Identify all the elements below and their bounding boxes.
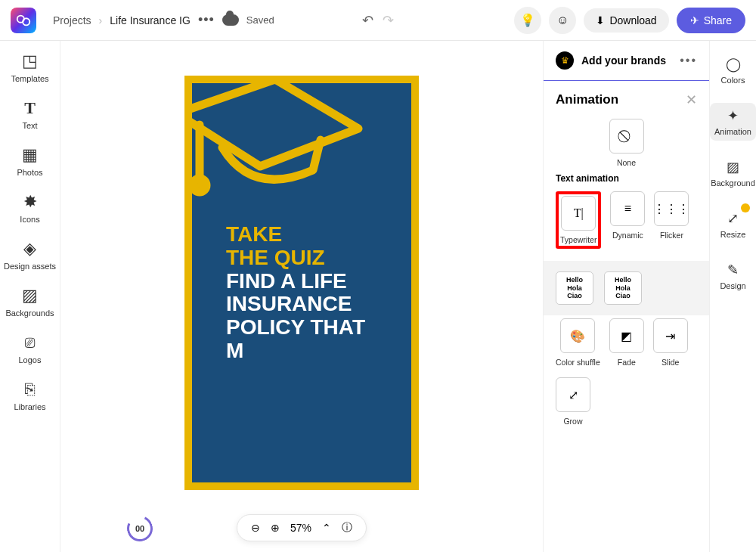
cloud-saved-icon xyxy=(222,14,239,26)
main-area: ◳Templates TText ▦Photos ✸Icons ◈Design … xyxy=(0,41,756,552)
svg-point-2 xyxy=(193,178,206,192)
slide-icon: ⇥ xyxy=(653,318,688,353)
artboard[interactable]: TAKE THE QUIZ FIND A LIFE INSURANCE POLI… xyxy=(184,76,419,490)
brands-more-icon[interactable]: ••• xyxy=(680,54,697,67)
breadcrumb-sep: › xyxy=(99,14,103,26)
top-right-actions: 💡 ☺ ⬇ Download ✈ Share xyxy=(514,7,745,34)
panel-title: Animation xyxy=(556,92,686,107)
anim-dynamic[interactable]: ≡ Dynamic xyxy=(610,191,645,249)
animation-icon: ✦ xyxy=(727,107,739,124)
right-nav: ◯Colors ✦Animation ▨Background ⤢Resize ✎… xyxy=(709,41,756,552)
color-shuffle-icon: 🎨 xyxy=(560,318,595,353)
info-icon[interactable]: ⓘ xyxy=(342,521,352,535)
saved-label: Saved xyxy=(246,14,274,26)
photos-icon: ▦ xyxy=(22,145,38,165)
add-brands-row[interactable]: ♛ Add your brands ••• xyxy=(544,41,709,81)
nav-templates[interactable]: ◳Templates xyxy=(0,51,60,83)
text-line-5: POLICY THAT xyxy=(226,316,365,340)
anim-fade[interactable]: ◩ Fade xyxy=(609,318,644,367)
svg-point-1 xyxy=(23,18,29,25)
close-icon[interactable]: ✕ xyxy=(686,91,697,108)
download-label: Download xyxy=(609,14,656,26)
backgrounds-icon: ▨ xyxy=(22,286,38,305)
artboard-inner: TAKE THE QUIZ FIND A LIFE INSURANCE POLI… xyxy=(192,83,411,482)
nav-backgrounds[interactable]: ▨Backgrounds xyxy=(0,286,60,318)
rnav-design[interactable]: ✎Design xyxy=(710,257,756,295)
text-icon: T xyxy=(24,98,36,118)
zoom-in-icon[interactable]: ⊕ xyxy=(271,522,280,534)
redo-icon[interactable]: ↷ xyxy=(383,12,394,29)
text-line-3: FIND A LIFE xyxy=(226,270,365,293)
nav-design-assets[interactable]: ◈Design assets xyxy=(0,239,60,271)
lang-preview-1[interactable]: Hello Hola Ciao xyxy=(556,271,593,305)
anim-slide[interactable]: ⇥ Slide xyxy=(653,318,688,367)
colors-icon: ◯ xyxy=(726,56,741,73)
resize-icon: ⤢ xyxy=(727,210,739,227)
nav-text[interactable]: TText xyxy=(0,98,60,130)
share-icon: ✈ xyxy=(690,14,699,26)
nav-icons[interactable]: ✸Icons xyxy=(0,192,60,224)
background-icon: ▨ xyxy=(727,159,739,175)
panel-header: Animation ✕ xyxy=(544,81,709,116)
app-logo[interactable] xyxy=(11,8,36,33)
graduation-cap-icon xyxy=(192,83,366,222)
profile-icon[interactable]: ☺ xyxy=(549,7,576,34)
text-animation-header: Text animation xyxy=(556,173,697,184)
anim-grow[interactable]: ⤢ Grow xyxy=(556,377,590,426)
zoom-value[interactable]: 57% xyxy=(290,522,311,534)
idea-icon[interactable]: 💡 xyxy=(514,7,541,34)
crown-icon: ♛ xyxy=(556,51,574,70)
zoom-menu-icon[interactable]: ⌃ xyxy=(322,522,331,534)
lang-preview-2[interactable]: Hello Hola Ciao xyxy=(604,271,642,305)
nav-photos[interactable]: ▦Photos xyxy=(0,145,60,177)
brands-label: Add your brands xyxy=(581,54,672,67)
share-label: Share xyxy=(704,14,732,26)
rnav-resize[interactable]: ⤢Resize xyxy=(710,206,756,243)
nav-libraries[interactable]: ⎘Libraries xyxy=(0,380,60,411)
text-line-2: THE QUIZ xyxy=(226,247,365,270)
project-name[interactable]: Life Insurance IG xyxy=(110,14,191,26)
canvas-area[interactable]: TAKE THE QUIZ FIND A LIFE INSURANCE POLI… xyxy=(60,41,543,552)
left-nav: ◳Templates TText ▦Photos ✸Icons ◈Design … xyxy=(0,41,60,552)
text-line-1: TAKE xyxy=(226,223,365,247)
templates-icon: ◳ xyxy=(22,51,38,71)
logos-icon: ⎚ xyxy=(25,333,35,352)
anim-typewriter[interactable]: T| Typewriter xyxy=(560,196,596,244)
rnav-background[interactable]: ▨Background xyxy=(710,154,756,192)
nav-logos[interactable]: ⎚Logos xyxy=(0,333,60,364)
none-icon: ⃠ xyxy=(609,119,644,154)
icons-icon: ✸ xyxy=(23,192,37,212)
zoom-bar: ⊖ ⊕ 57% ⌃ ⓘ xyxy=(237,514,367,541)
artboard-text[interactable]: TAKE THE QUIZ FIND A LIFE INSURANCE POLI… xyxy=(226,223,365,363)
undo-icon[interactable]: ↶ xyxy=(362,12,373,29)
animation-panel: ♛ Add your brands ••• Animation ✕ ⃠ None… xyxy=(543,41,709,552)
typewriter-icon: T| xyxy=(561,196,596,231)
fade-icon: ◩ xyxy=(609,318,644,353)
libraries-icon: ⎘ xyxy=(25,380,35,399)
anim-none[interactable]: ⃠ None xyxy=(556,119,697,167)
download-button[interactable]: ⬇ Download xyxy=(584,8,668,33)
top-bar: Projects › Life Insurance IG ••• Saved ↶… xyxy=(0,0,756,41)
text-line-4: INSURANCE xyxy=(226,293,365,316)
anim-flicker[interactable]: ⋮⋮⋮ Flicker xyxy=(654,191,689,249)
zoom-out-icon[interactable]: ⊖ xyxy=(251,522,260,534)
text-line-6: M xyxy=(226,340,365,363)
flicker-icon: ⋮⋮⋮ xyxy=(654,191,689,226)
dynamic-icon: ≡ xyxy=(610,191,645,226)
timer-badge[interactable]: 00 xyxy=(123,512,156,545)
more-menu-icon[interactable]: ••• xyxy=(198,12,215,28)
rnav-colors[interactable]: ◯Colors xyxy=(710,51,756,89)
share-button[interactable]: ✈ Share xyxy=(677,8,745,33)
undo-redo-group: ↶ ↷ xyxy=(362,12,394,29)
rnav-animation[interactable]: ✦Animation xyxy=(710,103,756,141)
download-icon: ⬇ xyxy=(596,14,605,26)
design-icon: ✎ xyxy=(727,262,739,278)
grow-icon: ⤢ xyxy=(556,377,590,412)
anim-color-shuffle[interactable]: 🎨 Color shuffle xyxy=(556,318,600,367)
design-assets-icon: ◈ xyxy=(23,239,36,259)
language-preview-row: Hello Hola Ciao Hello Hola Ciao xyxy=(544,261,709,315)
typewriter-highlight: T| Typewriter xyxy=(556,191,601,249)
breadcrumb: Projects › Life Insurance IG ••• Saved xyxy=(53,12,274,28)
breadcrumb-root[interactable]: Projects xyxy=(53,14,91,26)
